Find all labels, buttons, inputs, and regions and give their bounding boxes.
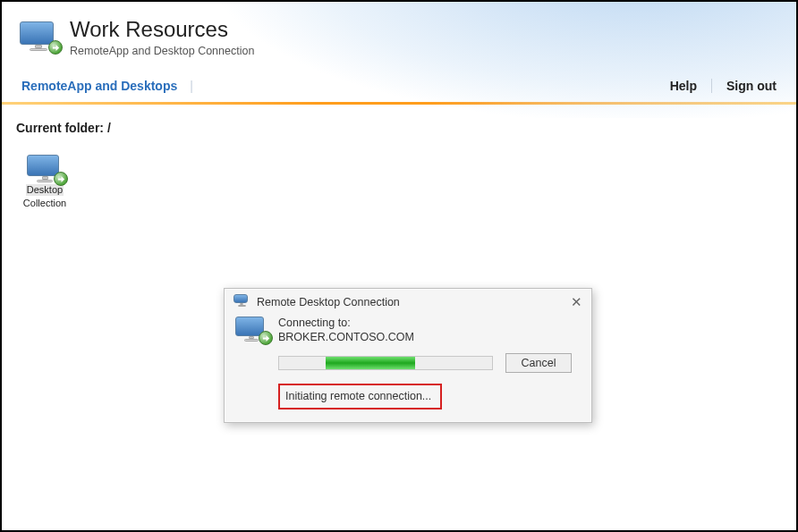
main-content: Current folder: / Desktop Collection [2,105,796,225]
close-icon[interactable]: ✕ [568,295,584,308]
rdc-body-icon [235,317,267,342]
breadcrumb: Current folder: / [16,121,782,135]
rdc-title-icon [233,294,250,309]
connection-target: BROKER.CONTOSO.COM [278,331,581,345]
help-link[interactable]: Help [670,79,697,93]
cancel-button[interactable]: Cancel [505,353,572,373]
status-text: Initiating remote connection... [278,384,442,410]
signout-link[interactable]: Sign out [726,79,777,93]
nav-bar: RemoteApp and Desktops | Help Sign out [2,66,796,102]
page-subtitle: RemoteApp and Desktop Connection [70,45,254,57]
remoteapp-logo-icon [20,21,57,59]
resource-item-label: Desktop [26,184,64,196]
rdc-dialog: Remote Desktop Connection ✕ Connecting t… [224,288,592,423]
dialog-title: Remote Desktop Connection [257,296,568,308]
page-title: Work Resources [70,18,254,41]
connecting-label: Connecting to: [278,317,581,331]
tab-remoteapp[interactable]: RemoteApp and Desktops [21,79,177,93]
dialog-titlebar[interactable]: Remote Desktop Connection ✕ [225,289,591,313]
resource-item-label: Collection [22,198,67,209]
progress-bar [278,356,493,370]
monitor-icon [27,155,63,182]
resource-item-desktop-collection[interactable]: Desktop Collection [16,155,73,209]
nav-divider [711,79,712,93]
page-header: Work Resources RemoteApp and Desktop Con… [2,2,796,66]
tab-separator: | [190,79,193,93]
